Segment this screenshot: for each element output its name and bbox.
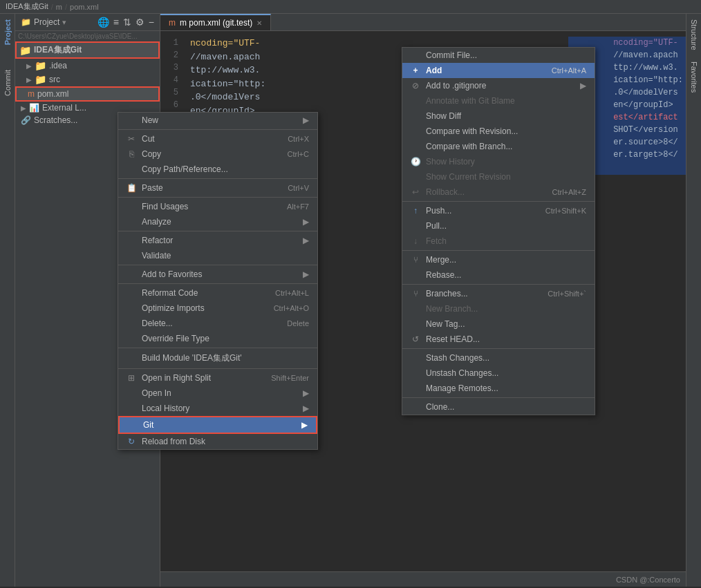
sidebar-item-commit[interactable]: Commit xyxy=(2,64,13,102)
panel-icon-gear[interactable]: ⚙ xyxy=(135,17,144,28)
menu-item-refactor[interactable]: Refactor ▶ xyxy=(118,233,317,248)
separator-2 xyxy=(118,178,317,179)
menu-item-override-file-type[interactable]: Override File Type xyxy=(118,331,317,346)
copy-icon: ⎘ xyxy=(127,149,136,159)
watermark: CSDN @:Concerto xyxy=(616,576,680,584)
menu-item-reformat[interactable]: Reformat Code Ctrl+Alt+L xyxy=(118,285,317,301)
git-menu-rebase[interactable]: Rebase... xyxy=(402,267,595,283)
tree-item-idea[interactable]: ▶ 📁 .idea xyxy=(15,59,160,73)
menu-item-open-in[interactable]: Open In ▶ xyxy=(118,386,317,401)
menu-item-local-history[interactable]: Local History ▶ xyxy=(118,401,317,416)
ide-window: IDEA集成Git / m / pom.xml Project Commit 📁… xyxy=(0,0,701,588)
git-menu-show-current-revision[interactable]: Show Current Revision xyxy=(402,169,595,184)
tree-item-root[interactable]: 📁 IDEA集成Git xyxy=(15,41,160,59)
git-sep-1 xyxy=(402,201,595,202)
git-menu-branches[interactable]: ⑂ Branches... Ctrl+Shift+` xyxy=(402,286,595,301)
git-menu-new-branch[interactable]: New Branch... xyxy=(402,301,595,316)
folder-icon-src: 📁 xyxy=(35,74,46,85)
git-sep-5 xyxy=(402,397,595,398)
git-menu-stash[interactable]: Stash Changes... xyxy=(402,350,595,366)
panel-title: 📁 Project ▾ xyxy=(21,17,66,27)
tab-close-btn[interactable]: ✕ xyxy=(256,19,262,27)
sidebar-item-structure[interactable]: Structure xyxy=(689,14,700,56)
git-menu-manage-remotes[interactable]: Manage Remotes... xyxy=(402,381,595,396)
menu-item-reload-disk[interactable]: ↻ Reload from Disk xyxy=(118,434,317,449)
breadcrumb: IDEA集成Git / m / pom.xml xyxy=(0,0,701,14)
git-menu-compare-revision[interactable]: Compare with Revision... xyxy=(402,124,595,139)
git-submenu: Commit File... + Add Ctrl+Alt+A ⊘ Add to… xyxy=(402,47,595,415)
panel-header: 📁 Project ▾ 🌐 ≡ ⇅ ⚙ − xyxy=(15,14,160,31)
menu-item-git[interactable]: Git ▶ xyxy=(118,416,317,434)
sidebar-item-favorites[interactable]: Favorites xyxy=(689,56,700,98)
panel-icon-minimize[interactable]: − xyxy=(149,17,154,28)
menu-item-delete[interactable]: Delete... Delete xyxy=(118,316,317,331)
menu-item-new[interactable]: New ▶ xyxy=(118,113,317,128)
breadcrumb-part-2: m xyxy=(56,3,62,11)
xml-icon-pom: m xyxy=(28,89,35,99)
tree-label-pom: pom.xml xyxy=(37,89,68,99)
separator-6 xyxy=(118,283,317,284)
menu-item-build-module[interactable]: Build Module 'IDEA集成Git' xyxy=(118,350,317,367)
sidebar-item-project[interactable]: Project xyxy=(2,14,13,50)
tree-label-scratches: Scratches... xyxy=(34,115,77,125)
main-context-menu: New ▶ ✂ Cut Ctrl+X ⎘ Copy Ctrl+C Copy Pa… xyxy=(118,112,318,450)
tree-item-src[interactable]: ▶ 📁 src xyxy=(15,73,160,86)
panel-icon-globe[interactable]: 🌐 xyxy=(97,17,109,28)
panel-icon-sort[interactable]: ⇅ xyxy=(123,17,131,28)
tree-label-root: IDEA集成Git xyxy=(34,44,82,56)
git-menu-merge[interactable]: ⑂ Merge... xyxy=(402,252,595,267)
add-icon: + xyxy=(411,66,420,75)
git-menu-show-history[interactable]: 🕐 Show History xyxy=(402,154,595,169)
tree-label-external: External L... xyxy=(42,103,86,113)
git-sep-2 xyxy=(402,250,595,251)
git-menu-new-tag[interactable]: New Tag... xyxy=(402,316,595,332)
git-sep-3 xyxy=(402,284,595,285)
breadcrumb-part-3: pom.xml xyxy=(70,3,99,11)
folder-icon-idea: 📁 xyxy=(35,60,46,71)
menu-item-cut[interactable]: ✂ Cut Ctrl+X xyxy=(118,131,317,146)
git-menu-unstash[interactable]: Unstash Changes... xyxy=(402,366,595,381)
git-menu-clone[interactable]: Clone... xyxy=(402,399,595,415)
git-menu-add[interactable]: + Add Ctrl+Alt+A xyxy=(402,63,595,78)
git-menu-show-diff[interactable]: Show Diff xyxy=(402,108,595,124)
merge-icon: ⑂ xyxy=(411,255,420,265)
panel-header-icons: 🌐 ≡ ⇅ ⚙ − xyxy=(97,17,154,28)
menu-item-validate[interactable]: Validate xyxy=(118,248,317,263)
tree-label-idea: .idea xyxy=(49,61,67,70)
separator-1 xyxy=(118,129,317,130)
tab-pom-xml[interactable]: m m pom.xml (git.test) ✕ xyxy=(160,14,271,30)
menu-item-copy-path[interactable]: Copy Path/Reference... xyxy=(118,162,317,177)
git-sep-4 xyxy=(402,348,595,349)
git-label: Git xyxy=(143,420,153,430)
git-menu-compare-branch[interactable]: Compare with Branch... xyxy=(402,139,595,154)
git-menu-add-gitignore[interactable]: ⊘ Add to .gitignore ▶ xyxy=(402,78,595,93)
menu-item-find-usages[interactable]: Find Usages Alt+F7 xyxy=(118,199,317,214)
branches-icon: ⑂ xyxy=(411,289,420,298)
menu-item-analyze[interactable]: Analyze ▶ xyxy=(118,214,317,229)
git-menu-annotate[interactable]: Annotate with Git Blame xyxy=(402,93,595,108)
separator-3 xyxy=(118,197,317,198)
split-icon: ⊞ xyxy=(127,373,136,383)
tree-label-src: src xyxy=(49,75,60,84)
git-menu-push[interactable]: ↑ Push... Ctrl+Shift+K xyxy=(402,203,595,218)
menu-item-optimize[interactable]: Optimize Imports Ctrl+Alt+O xyxy=(118,301,317,316)
menu-item-copy[interactable]: ⎘ Copy Ctrl+C xyxy=(118,146,317,162)
menu-item-open-right-split[interactable]: ⊞ Open in Right Split Shift+Enter xyxy=(118,370,317,386)
reset-icon: ↺ xyxy=(411,334,420,344)
git-menu-pull[interactable]: Pull... xyxy=(402,218,595,234)
git-menu-fetch[interactable]: ↓ Fetch xyxy=(402,234,595,249)
separator-7 xyxy=(118,348,317,348)
menu-item-paste[interactable]: 📋 Paste Ctrl+V xyxy=(118,180,317,196)
git-menu-reset-head[interactable]: ↺ Reset HEAD... xyxy=(402,332,595,347)
tree-item-pom[interactable]: m pom.xml xyxy=(15,86,160,102)
paste-icon: 📋 xyxy=(127,183,136,193)
add-label: Add xyxy=(426,66,442,75)
panel-title-label: Project xyxy=(34,17,59,27)
git-menu-commit-file[interactable]: Commit File... xyxy=(402,48,595,63)
fetch-icon: ↓ xyxy=(411,236,420,246)
panel-icon-lines[interactable]: ≡ xyxy=(113,17,119,28)
menu-item-add-favorites[interactable]: Add to Favorites ▶ xyxy=(118,267,317,282)
right-sidebar: Structure Favorites xyxy=(686,14,701,587)
tab-bar: m m pom.xml (git.test) ✕ xyxy=(160,14,686,31)
git-menu-rollback[interactable]: ↩ Rollback... Ctrl+Alt+Z xyxy=(402,184,595,200)
